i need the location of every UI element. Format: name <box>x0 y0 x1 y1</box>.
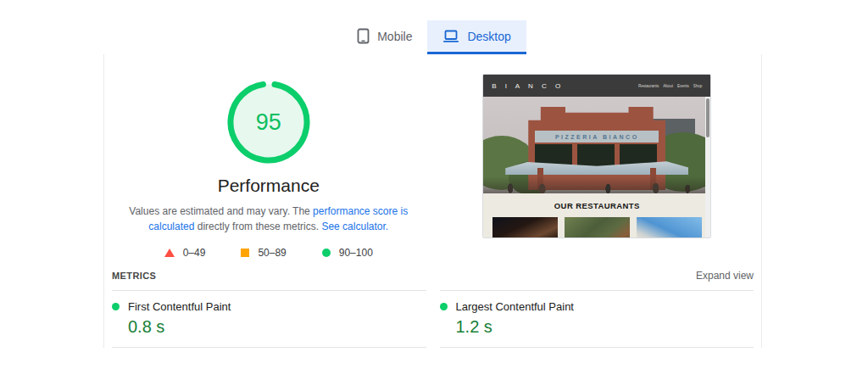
thumb-section-heading-band: OUR RESTAURANTS <box>483 193 710 217</box>
legend-range-pass: 90–100 <box>339 247 373 259</box>
pass-circle-icon <box>112 303 120 310</box>
performance-score: 95 <box>226 80 311 165</box>
restaurant-photo-sky <box>637 217 702 238</box>
pizzeria-sign: PIZZERIA BIANCO <box>535 131 659 142</box>
thumb-site-nav: Restaurants About Events Shop <box>638 84 702 88</box>
average-square-icon <box>241 249 249 257</box>
pass-circle-icon <box>322 249 331 257</box>
metrics-grid: First Contentful Paint 0.8 s Largest Con… <box>104 290 761 348</box>
metric-value: 1.2 s <box>456 317 754 337</box>
expand-view-button[interactable]: Expand view <box>696 270 754 282</box>
legend-item-pass: 90–100 <box>322 247 373 259</box>
metric-name: First Contentful Paint <box>128 300 231 313</box>
tab-desktop[interactable]: Desktop <box>427 20 526 54</box>
disclaimer-text-1: Values are estimated and may vary. The <box>129 205 313 217</box>
thumb-site-header: B I A N C O Restaurants About Events Sho… <box>483 75 710 97</box>
metrics-header: METRICS Expand view <box>104 263 761 290</box>
device-tabbar: Mobile Desktop <box>0 20 868 54</box>
metric-largest-contentful-paint: Largest Contentful Paint 1.2 s <box>440 290 754 348</box>
metric-first-contentful-paint: First Contentful Paint 0.8 s <box>112 290 426 348</box>
thumb-section-heading: OUR RESTAURANTS <box>554 201 640 210</box>
tab-mobile-label: Mobile <box>377 30 412 43</box>
performance-summary: 95 Performance Values are estimated and … <box>104 54 433 263</box>
screenshot-column: B I A N C O Restaurants About Events Sho… <box>433 54 762 263</box>
desktop-laptop-icon <box>442 30 459 43</box>
restaurant-photo-night <box>492 217 558 238</box>
thumb-scrollbar[interactable] <box>705 97 710 238</box>
thumb-nav-item: Shop <box>693 84 703 88</box>
metric-name-row: Largest Contentful Paint <box>440 300 754 313</box>
page-screenshot-thumbnail[interactable]: B I A N C O Restaurants About Events Sho… <box>482 74 711 238</box>
metric-value: 0.8 s <box>128 317 426 337</box>
lighthouse-report-card: 95 Performance Values are estimated and … <box>103 54 762 348</box>
summary-columns: 95 Performance Values are estimated and … <box>104 54 761 263</box>
score-legend: 0–49 50–89 90–100 <box>104 247 433 259</box>
thumb-nav-item: About <box>663 84 673 88</box>
thumb-nav-item: Restaurants <box>638 84 659 88</box>
see-calculator-link[interactable]: See calculator. <box>321 221 388 232</box>
tab-mobile[interactable]: Mobile <box>342 20 427 54</box>
metric-name: Largest Contentful Paint <box>456 300 574 313</box>
performance-title: Performance <box>104 176 433 196</box>
metric-name-row: First Contentful Paint <box>112 300 426 313</box>
performance-gauge: 95 <box>226 80 311 165</box>
pass-circle-icon <box>440 303 448 310</box>
legend-item-fail: 0–49 <box>164 247 206 259</box>
thumb-nav-item: Events <box>677 84 689 88</box>
disclaimer-text-2: directly from these metrics. <box>194 221 321 232</box>
mobile-phone-icon <box>357 28 370 44</box>
legend-range-average: 50–89 <box>258 247 286 259</box>
tab-desktop-label: Desktop <box>467 30 510 43</box>
metrics-title: METRICS <box>112 271 156 281</box>
restaurant-photo-trees <box>565 217 630 238</box>
thumb-scrollbar-handle[interactable] <box>706 98 709 137</box>
score-disclaimer: Values are estimated and may vary. The p… <box>106 204 431 234</box>
thumb-hero-photo: PIZZERIA BIANCO <box>483 97 710 193</box>
thumb-restaurant-cards <box>483 217 710 238</box>
thumb-site-logo: B I A N C O <box>492 82 564 90</box>
pizzeria-sign-text: PIZZERIA BIANCO <box>555 134 639 140</box>
crowd-silhouettes <box>483 176 710 193</box>
legend-item-average: 50–89 <box>241 247 286 259</box>
legend-range-fail: 0–49 <box>183 247 206 259</box>
fail-triangle-icon <box>164 249 175 257</box>
